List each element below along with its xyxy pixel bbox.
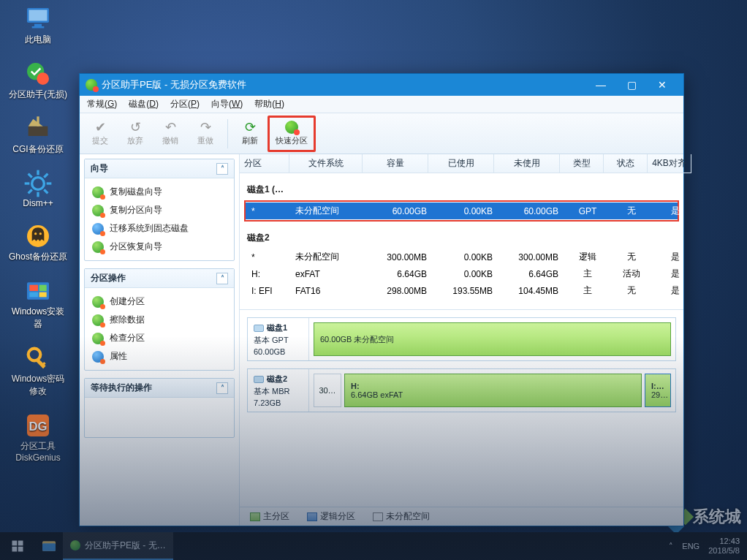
app-icon: [86, 79, 97, 91]
taskbar-app-partition-assistant[interactable]: 分区助手PE版 - 无…: [63, 532, 173, 560]
svg-point-5: [37, 72, 49, 85]
op-wipe-data[interactable]: 擦除数据: [88, 311, 231, 329]
svg-rect-32: [12, 547, 18, 552]
svg-rect-3: [32, 26, 45, 29]
toolbar-discard[interactable]: ↺放弃: [118, 116, 153, 151]
svg-rect-22: [39, 285, 47, 291]
op-create-partition[interactable]: 创建分区: [88, 292, 231, 311]
wizard-migrate-ssd[interactable]: 迁移系统到固态磁盘: [88, 219, 231, 238]
panel-ops: 分区操作˄ 创建分区 擦除数据 检查分区 属性: [84, 268, 235, 371]
disk-maps: 磁盘1 基本 GPT 60.00GB 60.00GB 未分配空间 磁盘2 基本 …: [240, 310, 683, 420]
toolbar-undo[interactable]: ↶撤销: [153, 116, 188, 151]
diskmap-1[interactable]: 磁盘1 基本 GPT 60.00GB 60.00GB 未分配空间: [247, 317, 676, 361]
seg-unallocated[interactable]: 60.00GB 未分配空间: [314, 322, 671, 356]
disk-icon: [254, 376, 264, 383]
sidebar: 向导˄ 复制磁盘向导 复制分区向导 迁移系统到固态磁盘 分区恢复向导 分区操作˄…: [80, 154, 239, 526]
desktop-icon-windows-installer[interactable]: Windows安装器: [9, 276, 67, 330]
wizard-copy-partition[interactable]: 复制分区向导: [88, 201, 231, 219]
svg-rect-7: [37, 116, 39, 126]
svg-rect-6: [29, 126, 48, 136]
tray-lang[interactable]: ENG: [682, 542, 699, 550]
close-button[interactable]: ✕: [647, 74, 678, 96]
svg-rect-21: [29, 285, 38, 291]
toolbar: ✔提交 ↺放弃 ↶撤销 ↷重做 ⟳刷新 快速分区: [80, 113, 683, 154]
svg-rect-28: [27, 415, 49, 436]
svg-point-18: [34, 232, 37, 235]
legend-logical-icon: [307, 512, 317, 521]
svg-text:DG: DG: [29, 420, 48, 434]
panel-title: 分区操作: [91, 272, 126, 284]
wizard-copy-disk[interactable]: 复制磁盘向导: [88, 183, 231, 201]
taskbar-file-explorer[interactable]: [35, 532, 63, 560]
desktop-icon-partition-assistant[interactable]: 分区助手(无损): [9, 59, 67, 101]
collapse-icon[interactable]: ˄: [216, 163, 228, 175]
tray-up-icon[interactable]: ˄: [669, 542, 673, 551]
panel-title: 向导: [91, 162, 108, 175]
desktop-icon-ghost-backup[interactable]: Ghost备份还原: [9, 222, 67, 263]
menu-help[interactable]: 帮助(H): [254, 98, 284, 110]
seg-i-efi[interactable]: I:…29…: [645, 374, 671, 407]
desktop-icon-label: 此电脑: [25, 34, 51, 46]
toolbar-redo[interactable]: ↷重做: [188, 116, 223, 151]
desktop-icon-diskgenius[interactable]: DG 分区工具DiskGenius: [9, 411, 67, 463]
toolbar-quick-partition[interactable]: 快速分区: [268, 116, 316, 152]
svg-point-25: [29, 349, 41, 361]
panel-pending: 等待执行的操作˄: [84, 378, 235, 438]
wizard-recover-partition[interactable]: 分区恢复向导: [88, 238, 231, 256]
minimize-button[interactable]: —: [585, 74, 616, 96]
desktop-icon-label: Windows密码修改: [9, 373, 67, 398]
svg-rect-24: [39, 292, 47, 298]
collapse-icon[interactable]: ˄: [216, 273, 228, 284]
maximize-button[interactable]: ▢: [616, 74, 647, 96]
svg-point-4: [27, 63, 44, 80]
tray-clock[interactable]: 12:43 2018/5/8: [708, 537, 740, 555]
titlebar[interactable]: 分区助手PE版 - 无损分区免费软件 — ▢ ✕: [80, 74, 683, 96]
disk2-row-0[interactable]: *未分配空间300.00MB0.00KB300.00MB逻辑无是: [246, 249, 678, 265]
desktop-icon-windows-password[interactable]: Windows密码修改: [9, 344, 67, 398]
svg-point-8: [32, 178, 45, 190]
collapse-icon[interactable]: ˄: [216, 382, 228, 394]
panel-title: 等待执行的操作: [91, 382, 152, 394]
desktop-icon-cgi-backup[interactable]: CGI备份还原: [9, 114, 67, 156]
disk1-title[interactable]: 磁盘1 (…: [246, 178, 678, 200]
desktop-icon-label: 分区助手(无损): [9, 88, 67, 101]
svg-point-17: [27, 225, 49, 247]
taskbar: 分区助手PE版 - 无… ˄ ENG 12:43 2018/5/8: [0, 532, 747, 560]
taskbar-app-label: 分区助手PE版 - 无…: [85, 540, 166, 552]
start-button[interactable]: [0, 532, 35, 560]
svg-rect-35: [42, 543, 56, 551]
seg-unallocated-small[interactable]: 30…: [314, 374, 341, 407]
disk-icon: [254, 325, 264, 332]
op-properties[interactable]: 属性: [88, 347, 231, 366]
menu-wizard[interactable]: 向导(W): [211, 98, 243, 110]
disk2-row-1[interactable]: H:exFAT6.64GB0.00KB6.64GB主活动是: [246, 265, 678, 282]
toolbar-commit[interactable]: ✔提交: [83, 116, 118, 151]
disk2-row-2[interactable]: I: EFIFAT16298.00MB193.55MB104.45MB主无是: [246, 282, 678, 299]
disk2-title[interactable]: 磁盘2: [246, 226, 678, 249]
app-icon: [70, 540, 80, 550]
menubar: 常规(G) 磁盘(D) 分区(P) 向导(W) 帮助(H): [80, 96, 683, 113]
diskmap-2[interactable]: 磁盘2 基本 MBR 7.23GB 30… H:6.64GB exFAT I:……: [247, 368, 676, 412]
op-check-partition[interactable]: 检查分区: [88, 329, 231, 347]
svg-line-14: [44, 189, 48, 193]
svg-rect-34: [42, 541, 56, 551]
svg-rect-23: [29, 292, 38, 298]
disk1-row-0[interactable]: * 未分配空间 60.00GB 0.00KB 60.00GB GPT 无 是: [246, 203, 678, 219]
desktop-icon-label: Ghost备份还原: [9, 251, 67, 263]
system-tray[interactable]: ˄ ENG 12:43 2018/5/8: [661, 537, 747, 555]
svg-rect-27: [41, 362, 46, 367]
desktop-icon-dism[interactable]: Dism++: [9, 169, 67, 208]
app-window: 分区助手PE版 - 无损分区免费软件 — ▢ ✕ 常规(G) 磁盘(D) 分区(…: [79, 73, 684, 526]
desktop-icon-label: Dism++: [23, 198, 53, 208]
menu-partition[interactable]: 分区(P): [170, 98, 200, 110]
desktop-icons: 此电脑 分区助手(无损) CGI备份还原 Dism++ Ghost备份还原 Wi…: [9, 4, 67, 463]
panel-wizard: 向导˄ 复制磁盘向导 复制分区向导 迁移系统到固态磁盘 分区恢复向导: [84, 159, 235, 261]
watermark-logo-icon: [659, 499, 694, 534]
menu-disk[interactable]: 磁盘(D): [129, 98, 159, 110]
svg-line-15: [44, 174, 48, 178]
grid-header: 分区文件系统容量已使用未使用类型状态4KB对齐: [240, 154, 683, 173]
seg-h[interactable]: H:6.64GB exFAT: [344, 374, 642, 407]
desktop-icon-pc[interactable]: 此电脑: [9, 4, 67, 46]
menu-general[interactable]: 常规(G): [87, 98, 117, 110]
toolbar-refresh[interactable]: ⟳刷新: [232, 116, 268, 151]
